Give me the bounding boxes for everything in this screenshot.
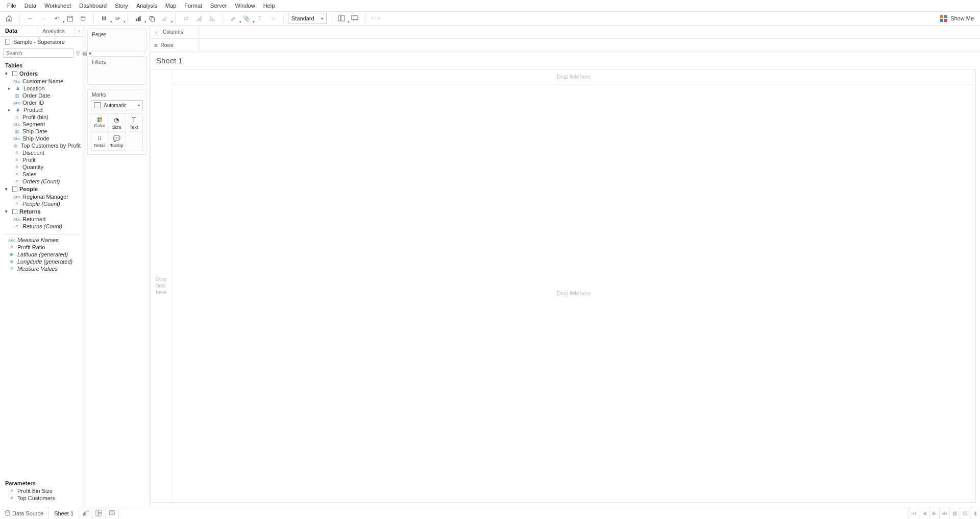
marks-tooltip[interactable]: 💬Tooltip xyxy=(108,132,125,151)
svg-rect-0 xyxy=(67,16,72,21)
nav-last-icon[interactable]: ⏭ xyxy=(939,507,949,519)
field-row[interactable]: ▸♟Product xyxy=(1,106,83,113)
clear-icon[interactable] xyxy=(159,12,171,25)
columns-drop-zone[interactable]: Drop field here xyxy=(172,69,975,85)
nav-first-icon[interactable]: ⏮ xyxy=(909,507,919,519)
swap-icon[interactable]: ⇄ xyxy=(180,12,192,25)
field-row[interactable]: ▥Order Date xyxy=(1,92,83,99)
field-row[interactable]: #Returns (Count) xyxy=(1,223,83,230)
field-row[interactable]: ▸♟Location xyxy=(1,85,83,92)
menu-analysis[interactable]: Analysis xyxy=(132,1,161,10)
parameter-row[interactable]: #Profit Bin Size xyxy=(1,487,83,494)
pages-shelf[interactable]: Pages xyxy=(87,29,146,52)
sheet-1-tab[interactable]: Sheet 1 xyxy=(49,507,79,519)
show-cards-icon[interactable] xyxy=(335,12,348,25)
field-row[interactable]: AbcCustomer Name xyxy=(1,78,83,85)
table-orders[interactable]: ▾Orders xyxy=(1,69,83,78)
new-worksheet-tab-icon[interactable] xyxy=(79,507,92,519)
field-row[interactable]: #Quantity xyxy=(1,163,83,171)
menu-file[interactable]: File xyxy=(3,1,20,10)
new-worksheet-icon[interactable] xyxy=(132,12,144,25)
show-filmstrip-icon[interactable]: ▮ xyxy=(970,507,980,519)
new-story-tab-icon[interactable] xyxy=(106,507,119,519)
share-icon[interactable]: ⚬-⚬ xyxy=(370,12,382,25)
pin-icon[interactable]: ☆ xyxy=(267,12,279,25)
table-returns[interactable]: ▾Returns xyxy=(1,207,83,216)
datasource-row[interactable]: Sample - Superstore xyxy=(0,37,84,47)
rows-shelf[interactable]: ≡Rows xyxy=(150,39,980,52)
menu-help[interactable]: Help xyxy=(259,1,279,10)
field-row[interactable]: #Sales xyxy=(1,171,83,178)
menu-window[interactable]: Window xyxy=(231,1,259,10)
duplicate-icon[interactable] xyxy=(145,12,158,25)
canvas[interactable]: Drop field here Drop field here Drop fie… xyxy=(150,69,976,503)
table-people[interactable]: ▾People xyxy=(1,185,83,193)
marks-size[interactable]: ◔Size xyxy=(108,114,125,132)
field-row[interactable]: AbcOrder ID xyxy=(1,99,83,106)
svg-rect-18 xyxy=(338,16,340,21)
field-row[interactable]: #Profit xyxy=(1,156,83,163)
collapse-pane-icon[interactable]: ‹ xyxy=(75,26,84,36)
field-row[interactable]: #Orders (Count) xyxy=(1,178,83,185)
field-row[interactable]: AbcReturned xyxy=(1,216,83,223)
tab-data[interactable]: Data xyxy=(0,26,37,36)
nav-prev-icon[interactable]: ◀ xyxy=(919,507,929,519)
pause-updates-icon[interactable] xyxy=(98,12,110,25)
field-row[interactable]: #Profit Ratio xyxy=(1,244,83,251)
rows-drop-zone[interactable]: Drop field here xyxy=(151,69,172,502)
main-drop-zone[interactable]: Drop field here xyxy=(172,85,975,502)
sort-desc-icon[interactable] xyxy=(206,12,218,25)
marks-text[interactable]: TText xyxy=(126,114,142,132)
marks-detail[interactable]: ⁝⁝Detail xyxy=(91,132,108,151)
filter-icon[interactable]: ▽ xyxy=(76,50,80,57)
field-row[interactable]: ◎Top Customers by Profit xyxy=(1,142,83,149)
show-tabs-icon[interactable]: ▦ xyxy=(949,507,960,519)
field-row[interactable]: ⫼Profit (bin) xyxy=(1,113,83,121)
field-row[interactable]: #Discount xyxy=(1,149,83,156)
forward-icon[interactable]: → xyxy=(37,12,50,25)
menu-server[interactable]: Server xyxy=(206,1,231,10)
field-row[interactable]: #People (Count) xyxy=(1,200,83,207)
nav-next-icon[interactable]: ▶ xyxy=(929,507,939,519)
menu-story[interactable]: Story xyxy=(111,1,132,10)
back-icon[interactable]: ← xyxy=(24,12,36,25)
field-row[interactable]: AbcRegional Manager xyxy=(1,193,83,200)
new-datasource-icon[interactable] xyxy=(77,12,89,25)
field-row[interactable]: ⊕Latitude (generated) xyxy=(1,251,83,258)
svg-point-25 xyxy=(6,510,10,512)
fit-selector[interactable]: Standard xyxy=(288,13,327,24)
columns-shelf[interactable]: ⫼Columns xyxy=(150,26,980,39)
svg-rect-20 xyxy=(352,16,358,20)
filters-shelf[interactable]: Filters xyxy=(87,56,146,85)
mark-type-selector[interactable]: Automatic xyxy=(91,100,143,110)
show-sorter-icon[interactable]: ▤ xyxy=(960,507,970,519)
tab-analytics[interactable]: Analytics xyxy=(37,26,75,36)
home-icon[interactable] xyxy=(3,12,15,25)
field-row[interactable]: AbcShip Mode xyxy=(1,135,83,142)
marks-color[interactable]: Color xyxy=(91,114,108,132)
menu-format[interactable]: Format xyxy=(180,1,206,10)
new-dashboard-tab-icon[interactable] xyxy=(92,507,106,519)
refresh-icon[interactable]: ⟳ xyxy=(111,12,124,25)
sort-asc-icon[interactable] xyxy=(193,12,205,25)
field-row[interactable]: AbcSegment xyxy=(1,121,83,128)
undo-icon[interactable]: ↶ xyxy=(51,12,63,25)
parameter-row[interactable]: #Top Customers xyxy=(1,494,83,502)
highlight-icon[interactable] xyxy=(227,12,239,25)
presentation-icon[interactable] xyxy=(349,12,361,25)
text-icon[interactable]: T xyxy=(254,12,266,25)
group-icon[interactable]: 📎 xyxy=(240,12,253,25)
save-icon[interactable] xyxy=(64,12,76,25)
menu-map[interactable]: Map xyxy=(161,1,180,10)
search-input[interactable] xyxy=(3,49,74,58)
field-row[interactable]: #Measure Values xyxy=(1,265,83,272)
show-me-button[interactable]: Show Me xyxy=(937,15,977,22)
field-row[interactable]: AbcMeasure Names xyxy=(1,237,83,244)
menu-worksheet[interactable]: Worksheet xyxy=(40,1,75,10)
menu-data[interactable]: Data xyxy=(20,1,40,10)
data-source-tab[interactable]: Data Source xyxy=(0,507,49,519)
sheet-title[interactable]: Sheet 1 xyxy=(150,52,980,69)
field-row[interactable]: ▥Ship Date xyxy=(1,128,83,135)
field-row[interactable]: ⊕Longitude (generated) xyxy=(1,258,83,265)
menu-dashboard[interactable]: Dashboard xyxy=(75,1,111,10)
